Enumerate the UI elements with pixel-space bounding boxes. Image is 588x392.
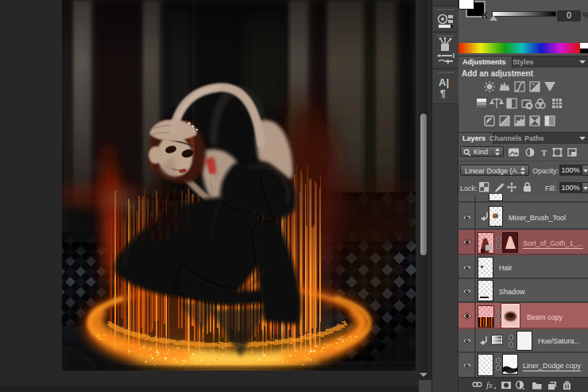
svg-text:fx: fx: [486, 380, 493, 390]
svg-text:T: T: [541, 148, 547, 157]
